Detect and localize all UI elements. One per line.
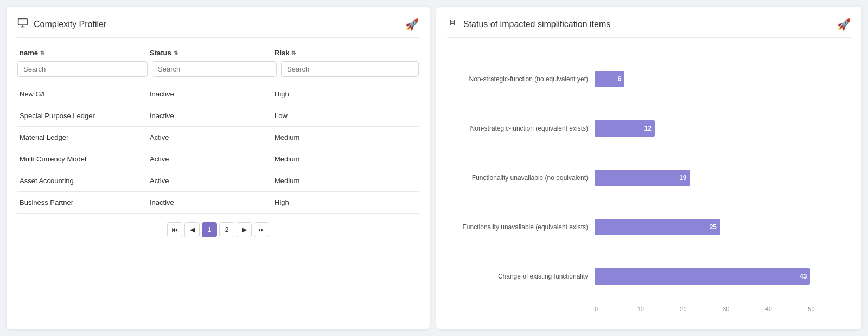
right-panel-header: Status of impacted simplification items …	[447, 17, 851, 38]
bar-row: Change of existing functionality43	[447, 268, 845, 285]
bar-value: 43	[800, 273, 807, 280]
table-row: Multi Currency Model Active Medium	[17, 148, 419, 170]
col-header-status[interactable]: Status ⇅	[148, 49, 272, 57]
table-row: Business Partner Inactive High	[17, 192, 419, 214]
table-row: Asset Accounting Active Medium	[17, 170, 419, 192]
cell-name: Business Partner	[17, 192, 148, 214]
bar-row: Non-strategic-function (no equivalent ye…	[447, 71, 845, 87]
last-page-button[interactable]: ⏭	[254, 222, 269, 237]
x-tick: 20	[680, 306, 723, 312]
bars-container: Non-strategic-function (no equivalent ye…	[447, 54, 851, 301]
svg-rect-0	[18, 19, 28, 25]
table-row: Material Ledger Active Medium	[17, 127, 419, 148]
bar-value: 6	[618, 75, 622, 83]
bar-label: Change of existing functionality	[447, 273, 588, 280]
cell-name: Asset Accounting	[17, 170, 148, 192]
left-panel: Complexity Profiler 🚀 name ⇅ Status ⇅ Ri…	[7, 7, 430, 329]
cell-name: Multi Currency Model	[17, 148, 148, 170]
status-sort-icon[interactable]: ⇅	[174, 50, 178, 56]
page-1-button[interactable]: 1	[202, 222, 217, 237]
left-title-group: Complexity Profiler	[17, 17, 106, 31]
right-title-group: Status of impacted simplification items	[447, 17, 610, 31]
cell-name: New G/L	[17, 83, 148, 105]
x-tick: 40	[765, 306, 808, 312]
bar-label: Functionality unavailable (no equivalent…	[447, 174, 588, 182]
cell-risk: High	[272, 192, 419, 214]
bar-row: Functionality unavailable (equivalent ex…	[447, 219, 845, 235]
bar-fill: 43	[595, 268, 810, 285]
bar-track: 25	[595, 219, 845, 235]
bar-fill: 6	[595, 71, 624, 87]
cell-risk: Low	[272, 105, 419, 127]
x-tick: 30	[723, 306, 765, 312]
risk-sort-icon[interactable]: ⇅	[291, 50, 296, 56]
cell-status: Inactive	[148, 105, 272, 127]
bar-label: Non-strategic-function (no equivalent ye…	[447, 75, 588, 83]
search-row	[17, 61, 419, 77]
table-row: New G/L Inactive High	[17, 83, 419, 105]
name-sort-icon[interactable]: ⇅	[40, 50, 44, 56]
bar-label: Non-strategic-function (equivalent exist…	[447, 125, 588, 132]
name-search-input[interactable]	[17, 61, 148, 77]
bar-value: 12	[644, 125, 652, 132]
right-panel: Status of impacted simplification items …	[436, 7, 861, 329]
bar-value: 19	[679, 174, 686, 182]
page-2-button[interactable]: 2	[219, 222, 234, 237]
cell-status: Inactive	[148, 192, 272, 214]
chart-area: Non-strategic-function (no equivalent ye…	[447, 49, 851, 318]
pagination: ⏮ ◀ 1 2 ▶ ⏭	[17, 222, 419, 237]
bar-label: Functionality unavailable (equivalent ex…	[447, 223, 588, 231]
cell-risk: Medium	[272, 127, 419, 148]
bar-fill: 19	[595, 170, 690, 186]
bar-row: Functionality unavailable (no equivalent…	[447, 170, 845, 186]
bar-track: 6	[595, 71, 845, 87]
status-search-input[interactable]	[152, 61, 277, 77]
first-page-button[interactable]: ⏮	[167, 222, 182, 237]
cell-status: Inactive	[148, 83, 272, 105]
x-axis: 01020304050	[595, 301, 851, 312]
bar-fill: 25	[595, 219, 720, 235]
monitor-icon	[17, 17, 28, 31]
bar-track: 19	[595, 170, 845, 186]
bar-row: Non-strategic-function (equivalent exist…	[447, 120, 845, 137]
x-tick: 50	[808, 306, 851, 312]
grid-icon	[447, 17, 458, 31]
complexity-table: name ⇅ Status ⇅ Risk ⇅ New G/L Inactive …	[17, 49, 419, 237]
cell-status: Active	[148, 127, 272, 148]
table-header-row: name ⇅ Status ⇅ Risk ⇅	[17, 49, 419, 57]
left-panel-header: Complexity Profiler 🚀	[17, 17, 419, 38]
bar-track: 43	[595, 268, 845, 285]
cell-name: Special Purpose Ledger	[17, 105, 148, 127]
cell-status: Active	[148, 170, 272, 192]
col-header-name[interactable]: name ⇅	[17, 49, 148, 57]
bar-fill: 12	[595, 120, 655, 137]
prev-page-button[interactable]: ◀	[184, 222, 200, 237]
risk-search-input[interactable]	[281, 61, 419, 77]
cell-name: Material Ledger	[17, 127, 148, 148]
cell-risk: High	[272, 83, 419, 105]
x-tick: 0	[595, 306, 637, 312]
next-page-button[interactable]: ▶	[237, 222, 252, 237]
bar-track: 12	[595, 120, 845, 137]
col-header-risk[interactable]: Risk ⇅	[272, 49, 419, 57]
left-rocket-icon[interactable]: 🚀	[405, 18, 419, 31]
right-rocket-icon[interactable]: 🚀	[837, 18, 851, 31]
data-table: New G/L Inactive High Special Purpose Le…	[17, 83, 419, 214]
bar-value: 25	[710, 223, 717, 231]
right-panel-title: Status of impacted simplification items	[463, 20, 610, 29]
left-panel-title: Complexity Profiler	[34, 20, 106, 29]
cell-risk: Medium	[272, 148, 419, 170]
x-tick: 10	[637, 306, 680, 312]
cell-risk: Medium	[272, 170, 419, 192]
table-row: Special Purpose Ledger Inactive Low	[17, 105, 419, 127]
cell-status: Active	[148, 148, 272, 170]
